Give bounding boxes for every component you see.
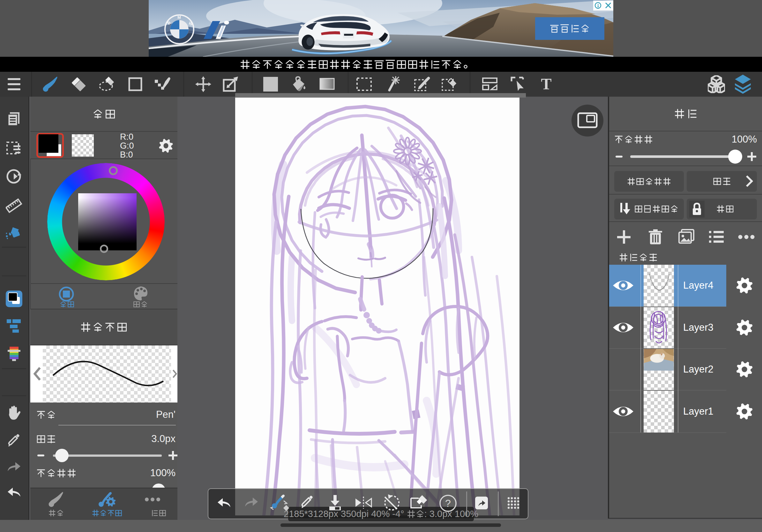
- svg-text:?: ?: [445, 498, 451, 509]
- svg-text:M: M: [178, 15, 181, 20]
